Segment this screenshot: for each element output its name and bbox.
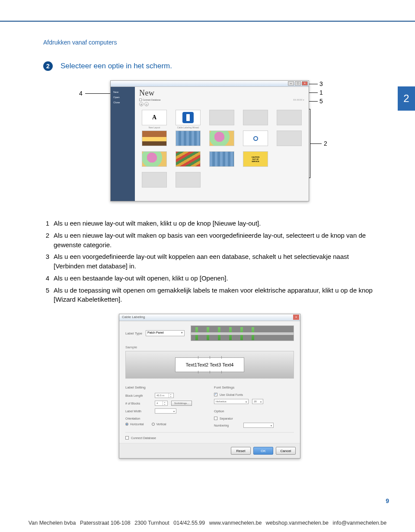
callout-3: 3 [319, 80, 323, 87]
template-item[interactable] [243, 131, 268, 146]
reset-button[interactable]: Reset [231, 447, 251, 455]
side-chapter-tab: 2 [398, 86, 415, 111]
app-titlebar: – □ × [111, 81, 309, 87]
label-setting-head: Label Setting [125, 385, 205, 389]
inst-text: Als u een voorgedefinieerde lay-out wilt… [54, 252, 376, 271]
page-number: 9 [386, 497, 389, 504]
sidebar-item-close[interactable]: Close [111, 100, 135, 105]
template-item[interactable] [209, 151, 234, 167]
template-grid: ANew Layout Cable Labeling Wizard [135, 108, 309, 193]
template-item[interactable] [176, 151, 201, 167]
sidebar-item-new[interactable]: New [111, 89, 135, 95]
step-text: Selecteer een optie in het scherm. [61, 62, 172, 70]
connect-database-label: Connect Database [131, 436, 156, 440]
connect-database-label: Connect Database [143, 99, 160, 101]
app-sidebar: New Open Close [111, 87, 135, 201]
option-head: Option [214, 409, 294, 413]
font-settings-head: Font Settings [214, 385, 294, 389]
close-icon[interactable]: × [302, 81, 308, 86]
app-window: – □ × New Open Close New Connect Data [110, 80, 309, 201]
blocks-input[interactable]: 4▴▾ [155, 401, 168, 406]
use-global-fonts-label: Use Global Fonts [220, 393, 243, 396]
settings: Label Setting Block Length 45.5 m▴▾ # of… [119, 383, 300, 432]
orientation-label: Orientation [125, 417, 205, 420]
template-item[interactable]: CAUTIONOUT OFSERVICE [243, 151, 268, 167]
right-button[interactable]: › [144, 102, 149, 106]
separator-label: Separator [220, 417, 233, 420]
numbering-label: Numbering [214, 424, 240, 427]
template-item[interactable] [277, 131, 302, 146]
dialog-cable-labeling: Cable Labeling × Label Type Patch Panel [119, 314, 300, 459]
callout-4: 4 [79, 90, 83, 97]
sample-heading: Sample [119, 345, 300, 349]
callout-1: 1 [319, 89, 323, 96]
window-controls: – □ × [288, 81, 308, 86]
separator-checkbox[interactable] [214, 417, 217, 420]
use-global-fonts-checkbox[interactable] [214, 393, 217, 396]
label-width-label: Label Width [125, 410, 151, 413]
inst-num: 4 [43, 274, 49, 283]
top-rule [0, 21, 415, 22]
dialog-title: Cable Labeling × [119, 314, 300, 321]
template-label: New Layout [149, 126, 160, 129]
orientation-v-label: Vertical [156, 423, 166, 426]
blocks-label: # of Blocks [125, 402, 151, 405]
template-item[interactable] [209, 131, 234, 146]
template-item[interactable] [277, 110, 302, 125]
template-item[interactable] [243, 110, 268, 125]
callout-5: 5 [319, 98, 323, 105]
inst-num: 2 [43, 231, 49, 250]
section-header: Afdrukken vanaf computers [43, 39, 376, 46]
orientation-vertical-radio[interactable] [152, 423, 155, 426]
block-length-label: Block Length [125, 394, 151, 397]
footer: Van Mechelen bvba Patersstraat 106-108 2… [0, 520, 415, 526]
numbering-select[interactable]: ▾ [243, 423, 274, 428]
connect-database-checkbox[interactable] [125, 436, 129, 440]
step-row: 2 Selecteer een optie in het scherm. [43, 61, 376, 71]
template-cable-wizard[interactable] [176, 110, 201, 125]
orientation-horizontal-radio[interactable] [125, 423, 128, 426]
inst-text: Als u de toepassing wilt openen om gemak… [54, 286, 376, 305]
plus-button[interactable]: + [139, 102, 144, 106]
inst-num: 5 [43, 286, 49, 305]
minimize-icon[interactable]: – [288, 81, 294, 86]
spotlight-button[interactable]: Scribblings... [171, 401, 192, 406]
label-type-select[interactable]: Patch Panel [146, 330, 185, 336]
inst-num: 1 [43, 219, 49, 228]
inst-text: Als u een nieuwe lay-out wilt maken, kli… [54, 219, 376, 228]
page-content: Afdrukken vanaf computers 2 Selecteer ee… [43, 39, 376, 459]
label-type-label: Label Type [125, 331, 142, 335]
maximize-icon[interactable]: □ [295, 81, 301, 86]
orientation-h-label: Horizontal [130, 423, 144, 426]
sample-box: Text1Text2 Text3 Text4 [125, 351, 294, 379]
figure: 4 3 1 5 2 – □ × New Open [76, 80, 344, 206]
cancel-button[interactable]: Cancel [276, 447, 296, 455]
panel-title: New [135, 87, 309, 98]
connect-database-checkbox[interactable]: Connect Database [139, 99, 160, 101]
template-new-layout[interactable]: A [142, 110, 167, 125]
font-size-select[interactable]: 28▾ [252, 399, 263, 404]
sample-text: Text1Text2 Text3 Text4 [175, 357, 244, 372]
template-item[interactable] [142, 151, 167, 167]
inst-text: Als u een nieuwe lay-out wilt maken op b… [54, 231, 376, 250]
ok-button[interactable]: OK [253, 447, 273, 455]
dialog-footer: Reset OK Cancel [119, 443, 300, 458]
block-length-input[interactable]: 45.5 m▴▾ [155, 393, 174, 398]
template-label: Cable Labeling Wizard [177, 126, 199, 129]
lead-line [310, 143, 322, 144]
template-item[interactable] [209, 110, 234, 125]
callout-2: 2 [324, 140, 327, 147]
inst-text: Als u een bestaande lay-out wilt openen,… [54, 274, 376, 283]
step-badge: 2 [43, 61, 53, 71]
label-width-select[interactable]: ▾ [155, 408, 176, 414]
close-icon[interactable]: × [293, 315, 299, 320]
font-name-select[interactable]: Helvetica▾ [214, 399, 249, 404]
app-main: New Connect Database XX-XXXX ▾ + › [135, 87, 309, 201]
label-preview [191, 325, 294, 341]
instructions: 1Als u een nieuwe lay-out wilt maken, kl… [43, 219, 376, 304]
template-item[interactable] [142, 131, 167, 146]
sidebar-item-open[interactable]: Open [111, 95, 135, 100]
template-item[interactable] [176, 131, 201, 146]
template-item[interactable] [176, 172, 201, 188]
template-item[interactable] [142, 172, 167, 188]
